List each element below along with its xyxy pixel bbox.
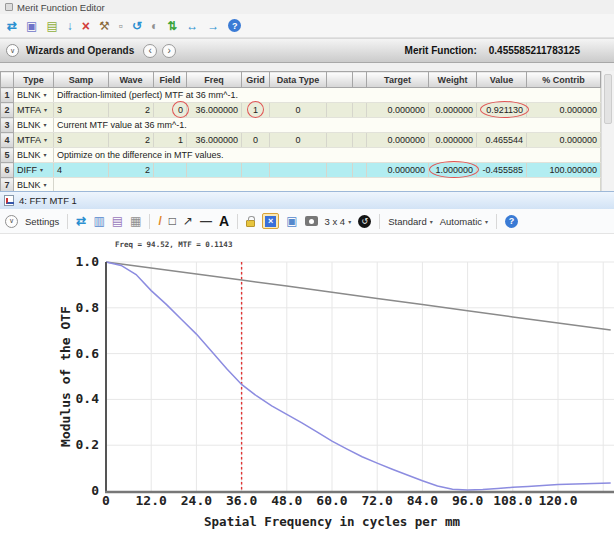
column-header--contrib[interactable]: % Contrib <box>527 72 601 88</box>
cell-grid[interactable]: 0 <box>242 133 270 148</box>
cell-wave[interactable]: 2 <box>109 163 154 178</box>
next-operand-button[interactable]: › <box>162 44 176 58</box>
text-annotation-icon[interactable]: A <box>219 214 229 228</box>
prev-operand-button[interactable]: ‹ <box>143 44 157 58</box>
cell-value[interactable]: 0.465544 <box>477 133 527 148</box>
column-header-grid[interactable]: Grid <box>242 72 270 88</box>
cell-contrib[interactable]: 100.000000 <box>527 163 601 178</box>
cell-b2[interactable] <box>353 163 367 178</box>
row-number[interactable]: 5 <box>1 148 14 163</box>
column-header-data-type[interactable]: Data Type <box>270 72 327 88</box>
cell-target[interactable]: 0.000000 <box>367 103 429 118</box>
row-number[interactable]: 2 <box>1 103 14 118</box>
optimization-wizard-icon[interactable]: ⚒ <box>99 20 110 32</box>
mfe-help-icon[interactable]: ? <box>228 19 241 32</box>
operands-collapse-button[interactable]: ∨ <box>6 44 19 57</box>
cell-weight[interactable]: 0.000000 <box>429 103 477 118</box>
cell-field[interactable]: 0 <box>154 103 187 118</box>
settings-button[interactable]: Settings <box>25 216 59 227</box>
cell-type[interactable]: BLNK▾ <box>14 118 54 133</box>
table-scrollbar[interactable] <box>601 71 614 191</box>
cell-type[interactable]: MTFA▾ <box>14 133 54 148</box>
column-header-blank-9[interactable] <box>353 72 367 88</box>
cell-samp[interactable]: 3 <box>54 133 109 148</box>
column-header-weight[interactable]: Weight <box>429 72 477 88</box>
cell-weight[interactable]: 1.000000 <box>429 163 477 178</box>
reset-zoom-icon[interactable]: ↺ <box>358 215 371 228</box>
line-annotation-icon[interactable]: / <box>158 215 161 227</box>
column-header-field[interactable]: Field <box>154 72 187 88</box>
cell-type[interactable]: BLNK▾ <box>14 178 54 192</box>
move-right-icon[interactable]: → <box>207 20 219 32</box>
cell-comment[interactable]: Diffraction-limited (perfect) MTF at 36 … <box>54 88 601 103</box>
cell-wave[interactable]: 2 <box>109 133 154 148</box>
copy-clipboard-icon[interactable]: ▥ <box>93 215 104 227</box>
cell-field[interactable]: 1 <box>154 133 187 148</box>
column-header-freq[interactable]: Freq <box>187 72 242 88</box>
mtf-help-icon[interactable]: ? <box>505 215 518 228</box>
cell-contrib[interactable]: 0.000000 <box>527 103 601 118</box>
row-number[interactable]: 7 <box>1 178 14 192</box>
column-header-samp[interactable]: Samp <box>54 72 109 88</box>
cell-grid[interactable] <box>242 163 270 178</box>
insert-operand-icon[interactable]: ↓ <box>67 20 73 32</box>
column-header-target[interactable]: Target <box>367 72 429 88</box>
cell-target[interactable]: 0.000000 <box>367 163 429 178</box>
cell-b1[interactable] <box>327 133 353 148</box>
cell-value[interactable]: 0.921130 <box>477 103 527 118</box>
swap-rows-icon[interactable]: ⇅ <box>167 20 177 32</box>
cell-b2[interactable] <box>353 103 367 118</box>
cell-type[interactable]: BLNK▾ <box>14 148 54 163</box>
camera-icon[interactable] <box>305 216 318 226</box>
copy-window-icon[interactable]: ▣ <box>286 215 297 227</box>
cell-type[interactable]: DIFF▾ <box>14 163 54 178</box>
save-icon[interactable]: ▣ <box>26 20 37 32</box>
column-header-wave[interactable]: Wave <box>109 72 154 88</box>
cell-datatype[interactable]: 0 <box>270 133 327 148</box>
cell-field[interactable] <box>154 163 187 178</box>
table-scrollbar-thumb[interactable] <box>604 74 612 124</box>
rectangle-annotation-icon[interactable]: □ <box>169 215 176 227</box>
cell-type[interactable]: MTFA▾ <box>14 103 54 118</box>
settings-chevron-icon[interactable]: ∨ <box>5 215 18 228</box>
column-header-value[interactable]: Value <box>477 72 527 88</box>
cell-comment[interactable] <box>54 178 601 192</box>
cell-samp[interactable]: 3 <box>54 103 109 118</box>
load-merit-function-icon[interactable]: ▤ <box>46 20 57 32</box>
cell-freq[interactable]: 36.000000 <box>187 103 242 118</box>
automatic-dropdown[interactable]: Automatic▾ <box>440 216 488 227</box>
cell-grid[interactable]: 1 <box>242 103 270 118</box>
column-header-blank-0[interactable] <box>1 72 14 88</box>
cell-value[interactable]: -0.455585 <box>477 163 527 178</box>
visibility-icon[interactable]: ◐ <box>151 20 158 32</box>
fit-window-icon[interactable]: × <box>262 213 279 229</box>
cell-b1[interactable] <box>327 103 353 118</box>
cell-datatype[interactable] <box>270 163 327 178</box>
standard-dropdown[interactable]: Standard▾ <box>388 216 433 227</box>
cell-target[interactable]: 0.000000 <box>367 133 429 148</box>
column-header-type[interactable]: Type <box>14 72 54 88</box>
update-icon[interactable]: ⇄ <box>76 215 86 227</box>
move-left-right-icon[interactable]: ↔ <box>186 20 198 32</box>
cell-comment[interactable]: Current MTF value at 36 mm^-1. <box>54 118 601 133</box>
cell-freq[interactable]: 36.000000 <box>187 133 242 148</box>
cell-weight[interactable]: 0.000000 <box>429 133 477 148</box>
cell-contrib[interactable]: 0.000000 <box>527 133 601 148</box>
cell-b1[interactable] <box>327 163 353 178</box>
undo-icon[interactable]: ↺ <box>132 20 142 32</box>
insert-cell-icon[interactable]: ▫ <box>119 20 123 32</box>
row-number[interactable]: 1 <box>1 88 14 103</box>
dash-annotation-icon[interactable]: — <box>200 215 212 227</box>
mtf-plot-panel[interactable]: 012.024.036.048.060.072.084.096.0108.012… <box>0 234 614 540</box>
row-number[interactable]: 4 <box>1 133 14 148</box>
arrow-annotation-icon[interactable]: ↗ <box>183 215 193 227</box>
mtf-titlebar[interactable]: 4: FFT MTF 1 <box>0 191 614 209</box>
cell-datatype[interactable]: 0 <box>270 103 327 118</box>
delete-operand-icon[interactable]: × <box>82 19 90 33</box>
cell-wave[interactable]: 2 <box>109 103 154 118</box>
row-number[interactable]: 3 <box>1 118 14 133</box>
cell-type[interactable]: BLNK▾ <box>14 88 54 103</box>
cell-samp[interactable]: 4 <box>54 163 109 178</box>
save-graphic-icon[interactable]: ▤ <box>112 215 123 227</box>
column-header-blank-8[interactable] <box>327 72 353 88</box>
